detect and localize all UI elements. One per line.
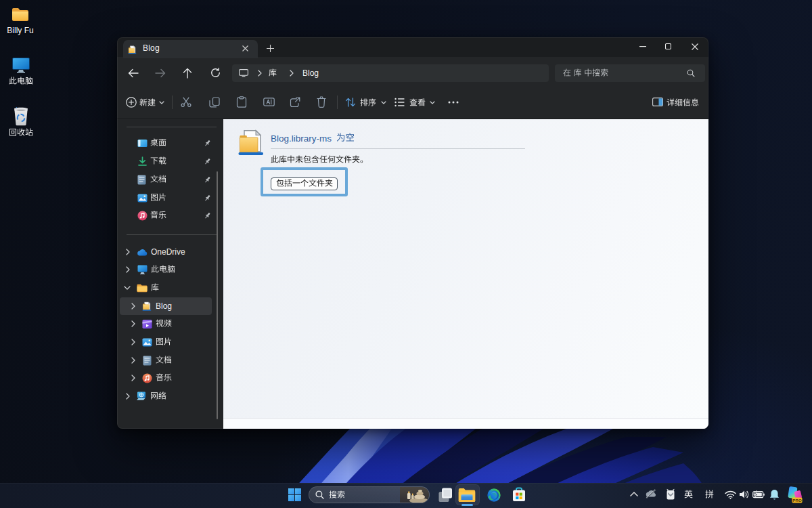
svg-text:PRO: PRO (792, 498, 802, 503)
